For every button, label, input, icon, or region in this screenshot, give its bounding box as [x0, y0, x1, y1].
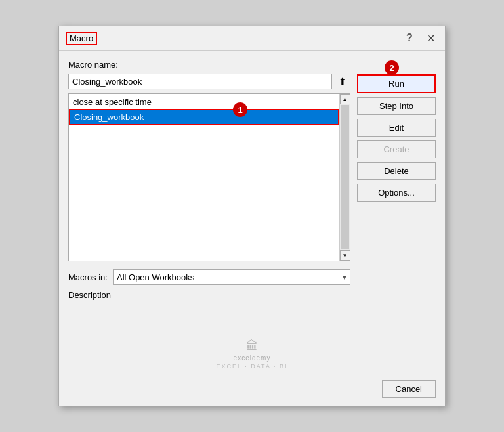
list-item[interactable]: close at specific time	[69, 95, 339, 109]
edit-button[interactable]: Edit	[357, 119, 436, 137]
run-button[interactable]: Run	[357, 74, 436, 93]
macro-list-container: close at specific time Closing_workbook …	[68, 93, 350, 261]
description-label: Description	[68, 290, 350, 303]
macro-name-input[interactable]	[68, 74, 332, 89]
right-panel: Run Step Into Edit Create Delete Options…	[357, 60, 436, 333]
title-bar-left: Macro	[66, 32, 97, 45]
list-item-selected[interactable]: Closing_workbook	[69, 109, 339, 125]
badge-2: 2	[385, 60, 399, 75]
macros-in-row: Macros in: All Open Workbooks This Workb…	[68, 265, 350, 286]
dialog-body: Macro name: ⬆ close at specific time Clo…	[59, 51, 445, 339]
watermark-name: exceldemy	[234, 355, 271, 362]
delete-button[interactable]: Delete	[357, 162, 436, 180]
dialog-footer: Cancel	[59, 375, 445, 406]
create-button[interactable]: Create	[357, 140, 436, 158]
badge-1: 1	[233, 102, 247, 117]
dialog-title: Macro	[66, 32, 97, 45]
macro-list: close at specific time Closing_workbook	[69, 94, 350, 261]
scroll-up[interactable]: ▲	[340, 94, 350, 104]
options-button[interactable]: Options...	[357, 184, 436, 202]
macro-name-row: ⬆	[68, 74, 350, 89]
close-button[interactable]: ✕	[423, 30, 438, 46]
scroll-thumb[interactable]	[341, 105, 349, 249]
scroll-down[interactable]: ▼	[340, 250, 350, 261]
help-button[interactable]: ?	[402, 30, 417, 46]
watermark-sub: EXCEL · DATA · BI	[217, 363, 288, 370]
macros-in-label: Macros in:	[68, 272, 108, 282]
title-bar: Macro ? ✕	[59, 26, 445, 51]
macro-dialog: 1 2 Macro ? ✕ Macro name: ⬆ close at spe…	[58, 26, 446, 406]
scrollbar[interactable]: ▲ ▼	[339, 94, 350, 261]
watermark: 🏛 exceldemy EXCEL · DATA · BI	[59, 339, 445, 375]
left-panel: Macro name: ⬆ close at specific time Clo…	[68, 60, 350, 333]
cancel-button[interactable]: Cancel	[382, 380, 436, 398]
macros-in-select[interactable]: All Open Workbooks This Workbook New Wor…	[113, 269, 350, 285]
upload-button[interactable]: ⬆	[335, 74, 350, 89]
step-into-button[interactable]: Step Into	[357, 97, 436, 115]
macros-in-select-wrapper: All Open Workbooks This Workbook New Wor…	[113, 269, 350, 285]
watermark-icon: 🏛	[246, 339, 258, 353]
description-area	[68, 307, 350, 333]
watermark-logo: 🏛 exceldemy EXCEL · DATA · BI	[59, 339, 445, 370]
title-bar-right: ? ✕	[402, 30, 438, 46]
macro-name-label: Macro name:	[68, 60, 350, 70]
